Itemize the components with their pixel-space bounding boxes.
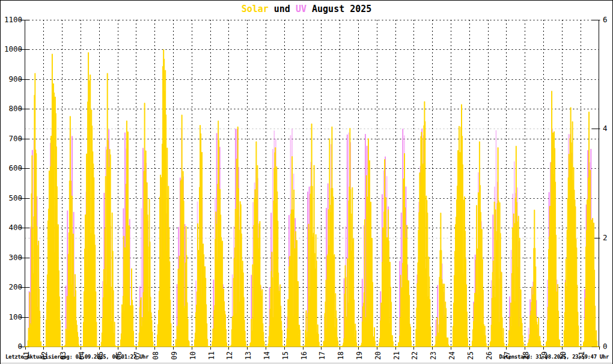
y-axis-label: 400 [1, 223, 22, 232]
x-axis-label: 21 [390, 350, 403, 361]
y-axis-label: 600 [1, 164, 22, 172]
y-axis-label: 1100 [1, 16, 22, 24]
x-axis-label: 08 [149, 350, 162, 361]
y-axis-label: 300 [1, 253, 22, 262]
x-axis-label: 10 [186, 350, 200, 361]
x-axis-label: 22 [408, 350, 421, 361]
bottom-divider [1, 363, 612, 363]
y-axis-label: 1000 [1, 45, 22, 53]
x-axis-label: 20 [371, 350, 385, 361]
x-axis-label: 25 [464, 350, 477, 361]
x-axis-label: 15 [279, 350, 292, 361]
y-axis-label: 0 [1, 342, 22, 351]
x-axis-label: 13 [242, 350, 255, 361]
x-axis-label: 18 [334, 350, 347, 361]
x-axis-label: 14 [260, 350, 273, 361]
y-axis-label: 100 [1, 313, 22, 321]
x-axis-label: 16 [297, 350, 311, 361]
y-axis-label: 500 [1, 194, 22, 202]
y-axis-label: 700 [1, 135, 22, 143]
last-update-text: Letzte Aktualisierung: 01.09.2025, 00:01… [5, 354, 148, 360]
right-axis-label: 4 [603, 124, 613, 133]
x-axis-label: 26 [483, 350, 496, 361]
x-axis-label: 24 [445, 350, 459, 361]
x-axis-label: 23 [427, 350, 440, 361]
solar-uv-chart-window: Solar und UV August 2025 010020030040050… [0, 0, 613, 364]
y-axis-label: 800 [1, 105, 22, 113]
y-axis-label: 900 [1, 75, 22, 83]
x-axis-label: 17 [316, 350, 329, 361]
y-axis-label: 200 [1, 283, 22, 291]
right-axis-label: 6 [603, 16, 613, 24]
x-axis-label: 12 [223, 350, 236, 361]
plot-area [1, 1, 613, 364]
data-timestamp-text: Datenstand: 31.08.2025, 23:59:47 Uhr [499, 354, 609, 360]
x-axis-label: 19 [353, 350, 366, 361]
x-axis-label: 11 [205, 350, 218, 361]
right-axis-label: 2 [603, 234, 613, 242]
right-axis-label: 0 [603, 342, 613, 351]
x-axis-label: 09 [168, 350, 181, 361]
